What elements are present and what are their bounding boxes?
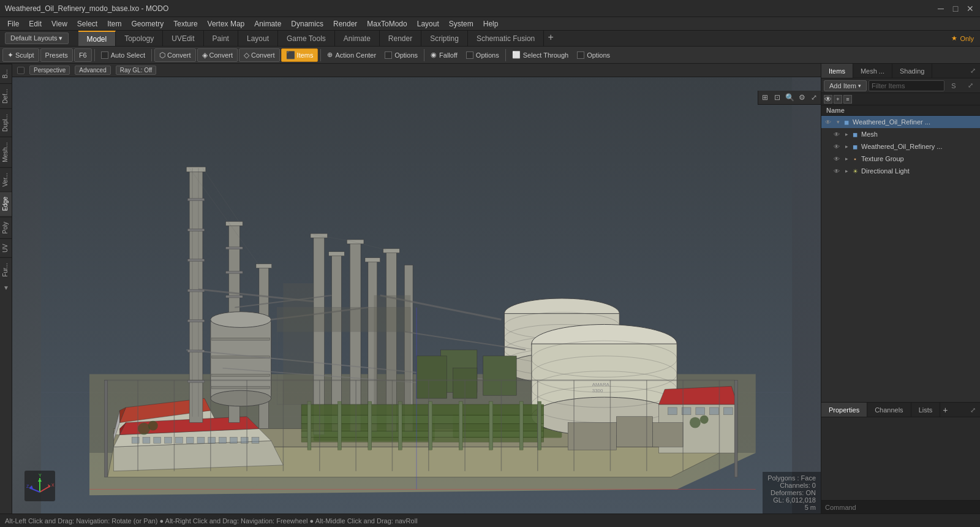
options2-toggle[interactable]: Options	[462, 50, 503, 60]
menu-help[interactable]: Help	[478, 18, 503, 29]
viewport-gl-btn[interactable]: Ray GL: Off	[116, 66, 157, 75]
close-button[interactable]: ✕	[965, 4, 975, 13]
presets-button[interactable]: Presets	[40, 48, 73, 62]
layout-dropdown[interactable]: Default Layouts ▾	[5, 32, 69, 44]
tab-render[interactable]: Render	[380, 31, 421, 46]
expand-bottom-icon[interactable]: ⤢	[965, 403, 980, 417]
tab-game-tools[interactable]: Game Tools	[278, 31, 335, 46]
options1-toggle[interactable]: Options	[381, 50, 421, 60]
convert3-button[interactable]: ◇ Convert	[239, 48, 280, 62]
search-icon[interactable]: 🔍	[784, 92, 795, 103]
list-item-weathered[interactable]: 👁 ▸ ◼ Weathered_Oil_Refinery ...	[821, 140, 980, 153]
minimize-button[interactable]: ─	[936, 4, 946, 13]
sidebar-tab-edge[interactable]: Edge	[0, 191, 12, 216]
falloff-toggle[interactable]: ◉ Falloff	[427, 50, 461, 60]
viewport-render-mode-btn[interactable]: Advanced	[75, 66, 110, 75]
menu-file[interactable]: File	[2, 18, 24, 29]
tab-add-button[interactable]: +	[943, 403, 948, 417]
visibility-icon-weathered[interactable]: 👁	[832, 142, 841, 151]
sidebar-tab-fur[interactable]: Fur...	[0, 257, 12, 282]
items-button[interactable]: ⬛ Items	[281, 48, 318, 62]
options2-checkbox[interactable]	[466, 51, 473, 59]
add-item-button[interactable]: Add Item ▾	[824, 80, 867, 91]
expand-panel-icon[interactable]: ⤢	[965, 64, 980, 78]
sidebar-tab-b[interactable]: B...	[0, 64, 12, 83]
sidebar-tab-def[interactable]: Def...	[0, 83, 12, 108]
sidebar-tab-ver[interactable]: Ver...	[0, 167, 12, 192]
frame-selected-icon[interactable]: ⊡	[772, 92, 783, 103]
menu-layout[interactable]: Layout	[412, 18, 444, 29]
expand-icon-light[interactable]: ▸	[842, 167, 851, 175]
list-item-root[interactable]: 👁 ▾ ◼ Weathered_Oil_Refiner ...	[821, 116, 980, 128]
sculpt-button[interactable]: ✦ Sculpt	[2, 48, 39, 62]
visibility-all-icon[interactable]: 👁	[824, 95, 832, 104]
expand-icon-mesh[interactable]: ▸	[842, 130, 851, 138]
sidebar-tab-mesh[interactable]: Mesh...	[0, 137, 12, 167]
filter-icon[interactable]: S	[946, 78, 961, 93]
menu-geometry[interactable]: Geometry	[127, 18, 169, 29]
menu-item[interactable]: Item	[102, 18, 126, 29]
menu-render[interactable]: Render	[328, 18, 362, 29]
viewport-container[interactable]: Perspective Advanced Ray GL: Off	[12, 64, 821, 514]
tab-paint[interactable]: Paint	[204, 31, 238, 46]
list-item-mesh[interactable]: 👁 ▸ ◼ Mesh	[821, 128, 980, 140]
convert1-button[interactable]: ⬡ Convert	[154, 48, 196, 62]
tab-topology[interactable]: Topology	[116, 31, 163, 46]
menu-view[interactable]: View	[47, 18, 72, 29]
options3-checkbox[interactable]	[577, 51, 584, 59]
panel-tab-mesh[interactable]: Mesh ...	[853, 64, 892, 78]
maximize-button[interactable]: □	[951, 4, 960, 13]
menu-select[interactable]: Select	[72, 18, 102, 29]
list-item-texture-group[interactable]: 👁 ▸ ▪ Texture Group	[821, 153, 980, 165]
menu-system[interactable]: System	[444, 18, 478, 29]
tab-model[interactable]: Model	[78, 31, 116, 46]
visibility-icon-root[interactable]: 👁	[824, 118, 832, 126]
expand-icon-texture[interactable]: ▸	[842, 154, 851, 163]
viewport-menu-icon[interactable]	[17, 67, 24, 74]
menu-texture[interactable]: Texture	[168, 18, 202, 29]
sidebar-tab-uv[interactable]: UV	[0, 238, 12, 257]
f6-button[interactable]: F6	[74, 48, 92, 62]
filter-items-input[interactable]: Filter Items	[869, 80, 944, 91]
maximize-viewport-icon[interactable]: ⤢	[809, 92, 820, 103]
action-center-toggle[interactable]: ⊕ Action Center	[323, 50, 380, 60]
menu-maxtomodo[interactable]: MaxToModo	[362, 18, 412, 29]
expand-icon-root[interactable]: ▾	[834, 118, 842, 126]
tab-layout[interactable]: Layout	[238, 31, 278, 46]
list-item-dir-light[interactable]: 👁 ▸ ☀ Directional Light	[821, 165, 980, 177]
fit-view-icon[interactable]: ⊞	[760, 92, 771, 103]
options3-toggle[interactable]: Options	[573, 50, 614, 60]
add-row-icon[interactable]: +	[834, 95, 842, 104]
tab-schematic-fusion[interactable]: Schematic Fusion	[468, 31, 544, 46]
expand-icon[interactable]: ⤢	[963, 78, 978, 93]
command-input[interactable]	[860, 503, 976, 511]
tab-lists[interactable]: Lists	[911, 403, 941, 417]
menu-animate[interactable]: Animate	[249, 18, 286, 29]
viewport-canvas[interactable]: AMARA 3300 AMARA 3300	[12, 77, 821, 514]
tab-uvedit[interactable]: UVEdit	[163, 31, 203, 46]
tab-channels[interactable]: Channels	[867, 403, 911, 417]
expand-icon-weathered[interactable]: ▸	[842, 142, 851, 151]
only-toggle[interactable]: ★ Only	[951, 34, 974, 42]
menu-vertex-map[interactable]: Vertex Map	[203, 18, 250, 29]
auto-select-checkbox[interactable]	[101, 51, 108, 59]
visibility-icon-light[interactable]: 👁	[832, 167, 841, 175]
panel-tab-items[interactable]: Items	[821, 64, 853, 78]
menu-dynamics[interactable]: Dynamics	[286, 18, 328, 29]
convert2-button[interactable]: ◈ Convert	[197, 48, 238, 62]
viewport-3d[interactable]: AMARA 3300 AMARA 3300	[12, 77, 821, 514]
sidebar-expand-button[interactable]: ▼	[0, 282, 12, 294]
panel-tab-shading[interactable]: Shading	[892, 64, 932, 78]
visibility-icon-texture[interactable]: 👁	[832, 154, 841, 163]
tab-scripting[interactable]: Scripting	[421, 31, 468, 46]
viewport-perspective-btn[interactable]: Perspective	[29, 66, 70, 75]
settings-icon[interactable]: ⚙	[796, 92, 807, 103]
filter-row-icon[interactable]: ≡	[843, 95, 852, 104]
options1-checkbox[interactable]	[385, 51, 392, 59]
tab-animate[interactable]: Animate	[335, 31, 380, 46]
add-layout-tab-button[interactable]: +	[544, 31, 557, 44]
sidebar-tab-poly[interactable]: Poly	[0, 216, 12, 238]
tab-properties[interactable]: Properties	[821, 403, 867, 417]
visibility-icon-mesh[interactable]: 👁	[832, 130, 841, 138]
auto-select-toggle[interactable]: Auto Select	[97, 50, 149, 60]
